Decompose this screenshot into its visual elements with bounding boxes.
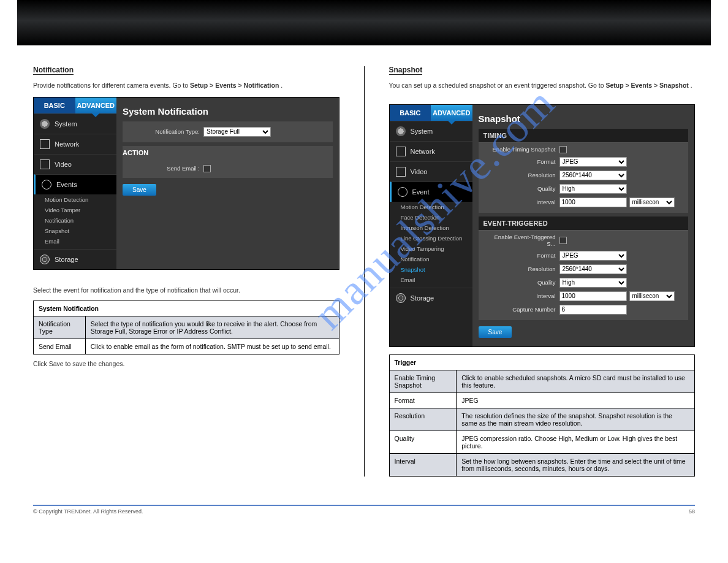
r3h: Resolution (389, 408, 457, 431)
sub-intrusion[interactable]: Intrusion Detection (401, 223, 472, 233)
row2-h: Send Email (34, 339, 86, 354)
sidebar-item-events[interactable]: Events (34, 174, 116, 194)
left-content: System Notification Notification Type: S… (116, 98, 339, 269)
res-select2[interactable]: 2560*1440 (559, 264, 627, 274)
quality-label2: Quality (487, 279, 559, 286)
sidebar-item-storage[interactable]: Storage (34, 249, 116, 269)
row1-h: Notification Type (34, 316, 86, 339)
sub-face[interactable]: Face Detection (401, 212, 472, 223)
sub-line[interactable]: Line Crossing Detection (401, 233, 472, 243)
sidebar-item-network[interactable]: Network (34, 134, 116, 154)
label: Storage (411, 294, 434, 302)
sub-snapshot[interactable]: Snapshot (45, 226, 116, 236)
r4v: JPEG compression ratio. Choose High, Med… (457, 431, 695, 453)
right-intro-bold: Setup > Events > Snapshot (605, 82, 688, 89)
format-select2[interactable]: JPEG (559, 251, 627, 261)
enable-event-checkbox[interactable] (559, 237, 567, 244)
sidebar-item-system[interactable]: System (390, 121, 472, 141)
panel-title: Snapshot (479, 113, 689, 124)
sub-motion[interactable]: Motion Detection (45, 194, 116, 205)
system-icon (396, 126, 406, 136)
notif-type-label: Notification Type: (131, 128, 203, 135)
enable-timing-checkbox[interactable] (559, 146, 567, 153)
interval-input2[interactable] (559, 291, 627, 301)
video-icon (396, 167, 406, 177)
sidebar-item-network[interactable]: Network (390, 141, 472, 161)
capture-input[interactable] (559, 305, 627, 315)
sidebar-item-event[interactable]: Event (390, 182, 472, 202)
label: System (411, 128, 433, 135)
left-table: System Notification Notification Type Se… (33, 301, 339, 354)
row1-v: Select the type of notification you woul… (85, 316, 339, 339)
left-section-title: Notification (33, 66, 74, 75)
tab-advanced[interactable]: ADVANCED (75, 98, 117, 113)
timing-header: TIMING (479, 129, 689, 143)
interval-input[interactable] (559, 197, 627, 207)
tab-basic[interactable]: BASIC (34, 98, 75, 113)
right-intro: You can set up a scheduled snapshot or a… (389, 81, 696, 91)
label: Network (411, 148, 435, 155)
column-divider (364, 66, 365, 477)
storage-icon (396, 293, 406, 303)
r1h: Enable Timing Snapshot (389, 370, 457, 393)
r2h: Format (389, 393, 457, 408)
format-select[interactable]: JPEG (559, 157, 627, 167)
sidebar-item-video[interactable]: Video (390, 161, 472, 182)
label: Events (56, 181, 77, 188)
sub-notification[interactable]: Notification (45, 215, 116, 226)
sub-email[interactable]: Email (45, 236, 116, 247)
table-caption: Trigger (389, 354, 695, 370)
sub-motion[interactable]: Motion Detection (401, 202, 472, 212)
interval-unit2[interactable]: millisecon (629, 291, 675, 301)
sub-items: Motion Detection Video Tamper Notificati… (34, 194, 116, 249)
page-footer: © Copyright TRENDnet. All Rights Reserve… (33, 505, 695, 515)
events-icon (42, 180, 51, 190)
left-after-text: Select the event for notification and th… (33, 286, 339, 296)
network-icon (396, 147, 406, 156)
row2-v: Click to enable email as the form of not… (85, 339, 339, 354)
save-button[interactable]: Save (479, 326, 512, 338)
sub-notification[interactable]: Notification (401, 254, 472, 264)
res-select[interactable]: 2560*1440 (559, 170, 627, 180)
left-screenshot: BASIC ADVANCED System Network Video Even… (33, 97, 339, 270)
send-email-checkbox[interactable] (203, 165, 211, 172)
format-label: Format (487, 158, 559, 165)
tab-basic[interactable]: BASIC (390, 105, 431, 121)
label: Storage (55, 256, 78, 263)
right-table: Trigger Enable Timing SnapshotClick to e… (389, 354, 696, 477)
video-icon (40, 159, 50, 169)
right-content: Snapshot TIMING Enable Timing Snapshot F… (472, 105, 695, 347)
right-section-title: Snapshot (389, 66, 423, 75)
capture-label: Capture Number (487, 306, 559, 313)
sidebar-item-storage[interactable]: Storage (390, 288, 472, 308)
tab-advanced[interactable]: ADVANCED (431, 105, 472, 121)
r5h: Interval (389, 453, 457, 476)
r5v: Set the how long between snapshots. Ente… (457, 453, 695, 476)
enable-timing-label: Enable Timing Snapshot (487, 146, 559, 153)
top-banner (17, 0, 711, 45)
left-intro-pre: Provide notifications for different came… (33, 82, 190, 89)
interval-unit[interactable]: millisecon (629, 197, 675, 207)
notif-type-select[interactable]: Storage Full (203, 127, 271, 137)
sidebar-item-system[interactable]: System (34, 113, 116, 134)
sub-tamper[interactable]: Video Tamper (45, 205, 116, 215)
quality-select[interactable]: High (559, 184, 627, 194)
copyright: © Copyright TRENDnet. All Rights Reserve… (33, 508, 143, 515)
sub-snapshot[interactable]: Snapshot (401, 264, 472, 275)
left-intro-suf: . (281, 82, 282, 89)
panel-title: System Notification (123, 106, 333, 117)
right-intro-suf: . (691, 82, 692, 89)
res-label2: Resolution (487, 266, 559, 272)
quality-label: Quality (487, 185, 559, 192)
system-icon (40, 119, 50, 129)
network-icon (40, 139, 50, 149)
sub-vtamp[interactable]: Video Tampering (401, 243, 472, 254)
quality-select2[interactable]: High (559, 278, 627, 288)
sub-email[interactable]: Email (401, 275, 472, 285)
save-button[interactable]: Save (123, 184, 156, 196)
label: Video (55, 161, 72, 168)
interval-label2: Interval (487, 293, 559, 299)
sidebar-item-video[interactable]: Video (34, 154, 116, 174)
r1v: Click to enable scheduled snapshots. A m… (457, 370, 695, 393)
label: Network (55, 140, 79, 148)
